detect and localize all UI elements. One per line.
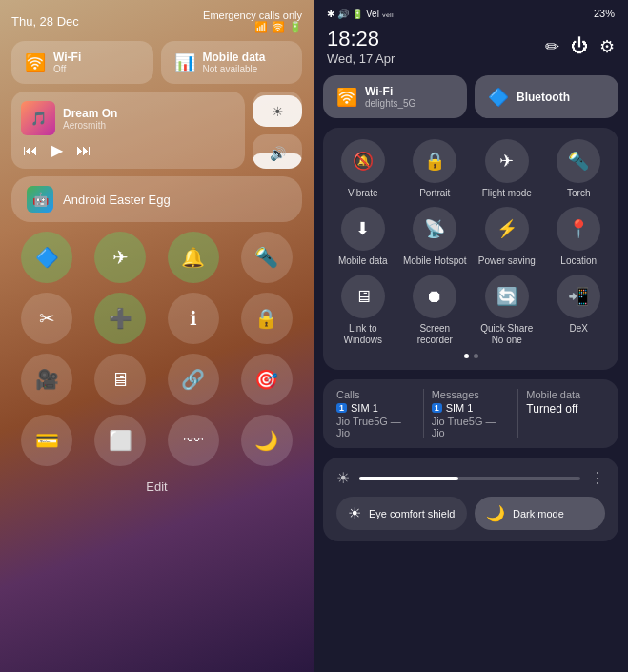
messages-label: Messages bbox=[432, 389, 511, 400]
power-icon[interactable]: ⏻ bbox=[571, 36, 588, 56]
mode-row: ☀ Eye comfort shield 🌙 Dark mode bbox=[336, 497, 605, 530]
mobile-data-toggle[interactable]: ⬇ Mobile data bbox=[331, 207, 395, 267]
battery-percent: 23% bbox=[594, 8, 615, 19]
dex-circle: 📲 bbox=[557, 275, 600, 318]
bluetooth-toggle[interactable]: 🔷 bbox=[21, 232, 72, 283]
left-status: Emergency calls only 📶 🛜 🔋 bbox=[203, 10, 302, 33]
screen-toggle[interactable]: 🖥 bbox=[94, 354, 146, 405]
pencil-icon[interactable]: ✏ bbox=[545, 36, 559, 57]
camera-toggle[interactable]: 🎥 bbox=[21, 354, 72, 405]
portrait-toggle[interactable]: 🔒 Portrait bbox=[403, 139, 468, 199]
hotspot-label: Mobile Hotspot bbox=[403, 255, 467, 267]
messages-network: Jio True5G — Jio bbox=[432, 416, 511, 438]
vibrate-toggle[interactable]: 🔕 Vibrate bbox=[331, 139, 395, 199]
status-volume: 🔊 bbox=[337, 9, 349, 19]
pagination-dots bbox=[331, 354, 611, 358]
media-card[interactable]: 🎵 Dream On Aerosmith ⏮ ▶ ⏭ bbox=[11, 92, 245, 169]
scissors-toggle[interactable]: ✂ bbox=[21, 293, 72, 344]
messages-sim-value: SIM 1 bbox=[446, 402, 474, 414]
power-saving-toggle[interactable]: ⚡ Power saving bbox=[475, 207, 539, 267]
easter-egg-button[interactable]: 🤖 Android Easter Egg bbox=[11, 176, 302, 222]
calls-label: Calls bbox=[336, 389, 415, 400]
dex-toggle[interactable]: 📲 DeX bbox=[547, 275, 612, 346]
notification-toggle[interactable]: 🔔 bbox=[168, 232, 219, 283]
mobile-data-sim-value: Turned off bbox=[526, 402, 605, 416]
dark-mode-button[interactable]: 🌙 Dark mode bbox=[475, 497, 605, 530]
flight-mode-toggle[interactable]: ✈ Flight mode bbox=[475, 139, 539, 199]
dot-2 bbox=[474, 354, 478, 358]
quick-share-toggle[interactable]: 🔄 Quick Share No one bbox=[475, 275, 539, 346]
media-artist: Aerosmith bbox=[63, 120, 117, 131]
play-button[interactable]: ▶ bbox=[51, 141, 63, 159]
airplane-toggle[interactable]: ✈ bbox=[94, 232, 146, 283]
quick-tiles: 🛜 Wi-Fi Off 📊 Mobile data Not available bbox=[11, 41, 302, 84]
scan-toggle[interactable]: ⬜ bbox=[94, 415, 146, 466]
mobile-data-label: Mobile data bbox=[338, 255, 388, 267]
calls-sim-value: SIM 1 bbox=[351, 402, 378, 414]
quick-share-label: Quick Share No one bbox=[475, 323, 539, 346]
hotspot-circle: 📡 bbox=[413, 207, 456, 251]
eye-comfort-label: Eye comfort shield bbox=[369, 508, 455, 519]
link-windows-toggle[interactable]: 🖥 Link to Windows bbox=[331, 275, 395, 346]
wifi-icon: 🛜 bbox=[272, 21, 285, 33]
right-wifi-icon: 🛜 bbox=[336, 87, 357, 108]
more-options-button[interactable]: ⋮ bbox=[590, 469, 605, 487]
media-row: 🎵 Dream On Aerosmith ⏮ ▶ ⏭ ☀ 🔊 bbox=[11, 92, 302, 169]
right-header-icons: ✏ ⏻ ⚙ bbox=[545, 36, 615, 57]
media-title: Dream On bbox=[63, 107, 117, 120]
calls-network: Jio True5G — Jio bbox=[336, 416, 415, 438]
wifi-tile[interactable]: 🛜 Wi-Fi Off bbox=[11, 41, 153, 84]
info-toggle[interactable]: ℹ bbox=[168, 293, 219, 344]
right-bluetooth-tile[interactable]: 🔷 Bluetooth bbox=[475, 75, 618, 118]
next-button[interactable]: ⏭ bbox=[76, 142, 91, 159]
brightness-bar[interactable] bbox=[359, 477, 580, 480]
location-circle: 📍 bbox=[557, 207, 600, 251]
mobile-data-tile[interactable]: 📊 Mobile data Not available bbox=[161, 41, 303, 84]
link-toggle[interactable]: 🔗 bbox=[168, 354, 219, 405]
mobile-data-circle: ⬇ bbox=[341, 207, 385, 251]
brightness-slider-icon: ☀ bbox=[272, 104, 284, 119]
vibrate-circle: 🔕 bbox=[341, 139, 385, 183]
right-toggle-section: 🔕 Vibrate 🔒 Portrait ✈ Flight mode 🔦 Tor… bbox=[323, 128, 618, 370]
status-asterisk: ✱ bbox=[327, 9, 334, 19]
hotspot-toggle[interactable]: 📡 Mobile Hotspot bbox=[403, 207, 468, 267]
screen-recorder-label: Screen recorder bbox=[403, 323, 468, 346]
moon-toggle[interactable]: 🌙 bbox=[241, 415, 293, 466]
link-windows-circle: 🖥 bbox=[341, 275, 385, 318]
power-saving-label: Power saving bbox=[478, 255, 536, 267]
power-saving-circle: ⚡ bbox=[485, 207, 529, 251]
right-wifi-title: Wi-Fi bbox=[365, 85, 415, 98]
right-quick-tiles: 🛜 Wi-Fi delights_5G 🔷 Bluetooth bbox=[323, 75, 618, 118]
dark-mode-label: Dark mode bbox=[513, 508, 564, 519]
wave-toggle[interactable]: 〰 bbox=[168, 415, 219, 466]
torch-circle: 🔦 bbox=[557, 139, 600, 183]
lock-toggle[interactable]: 🔒 bbox=[241, 293, 293, 344]
prev-button[interactable]: ⏮ bbox=[23, 142, 38, 159]
right-wifi-tile[interactable]: 🛜 Wi-Fi delights_5G bbox=[323, 75, 467, 118]
screen-recorder-toggle[interactable]: ⏺ Screen recorder bbox=[403, 275, 468, 346]
portrait-label: Portrait bbox=[419, 188, 450, 199]
target-toggle[interactable]: 🎯 bbox=[241, 354, 293, 405]
plus-toggle[interactable]: ➕ bbox=[94, 293, 146, 344]
location-toggle[interactable]: 📍 Location bbox=[547, 207, 612, 267]
portrait-circle: 🔒 bbox=[413, 139, 456, 183]
volume-slider[interactable]: 🔊 bbox=[253, 134, 302, 170]
mobile-data-sim-item: Mobile data Turned off bbox=[526, 389, 605, 438]
edit-button[interactable]: Edit bbox=[11, 479, 302, 494]
signal-bars: Vel ᵥₑₗₗ bbox=[366, 9, 394, 19]
card-toggle[interactable]: 💳 bbox=[21, 415, 72, 466]
sliders: ☀ 🔊 bbox=[253, 92, 302, 169]
eye-comfort-button[interactable]: ☀ Eye comfort shield bbox=[336, 497, 467, 530]
flashlight-toggle[interactable]: 🔦 bbox=[241, 232, 293, 283]
left-top-bar: Thu, 28 Dec Emergency calls only 📶 🛜 🔋 bbox=[11, 10, 302, 33]
torch-toggle[interactable]: 🔦 Torch bbox=[547, 139, 612, 199]
wifi-tile-icon: 🛜 bbox=[25, 52, 46, 73]
right-panel: ✱ 🔊 🔋 Vel ᵥₑₗₗ 23% 18:28 Wed, 17 Apr ✏ ⏻… bbox=[314, 0, 628, 672]
brightness-slider[interactable]: ☀ bbox=[253, 92, 302, 127]
settings-icon[interactable]: ⚙ bbox=[599, 36, 615, 57]
left-panel: Thu, 28 Dec Emergency calls only 📶 🛜 🔋 🛜… bbox=[0, 0, 314, 672]
right-toggle-grid: 🔕 Vibrate 🔒 Portrait ✈ Flight mode 🔦 Tor… bbox=[331, 139, 611, 346]
brightness-section: ☀ ⋮ ☀ Eye comfort shield 🌙 Dark mode bbox=[323, 458, 618, 541]
brightness-icon: ☀ bbox=[336, 469, 350, 487]
mobile-data-title: Mobile data bbox=[203, 51, 266, 64]
